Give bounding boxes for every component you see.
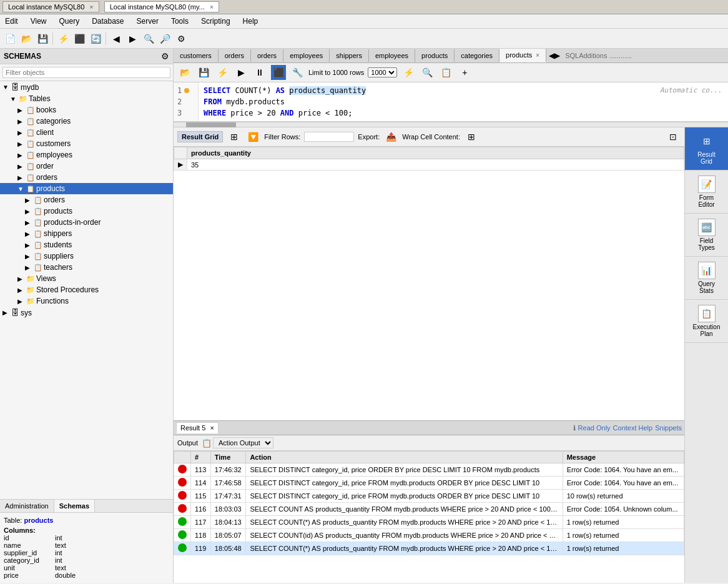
sidebar-btn-query-stats[interactable]: 📊 QueryStats [685,257,728,300]
tab-administration[interactable]: Administration [0,500,54,512]
tab-nav-prev[interactable]: ◀ [549,51,554,60]
menu-tools[interactable]: Tools [169,16,191,27]
query-tab-orders1[interactable]: orders [219,49,251,62]
output-scroll[interactable]: # Time Action Message 113 17:46:32 SELEC… [174,451,684,583]
query-tab-categories[interactable]: categories [455,49,499,62]
sidebar: SCHEMAS ⚙ ▼ 🗄 mydb ▼ 📁 Tables ▶ 📋 bo [0,49,174,583]
menu-edit[interactable]: Edit [2,16,21,27]
col-marker [174,147,187,159]
wrap-btn[interactable]: ⊞ [464,129,479,144]
tree-students[interactable]: ▶ 📋 students [0,239,173,250]
toolbar-refresh[interactable]: 🔄 [88,31,103,46]
tree-orders-sub[interactable]: ▶ 📋 orders [0,194,173,205]
title-tab-1[interactable]: Local instance MySQL80 × [2,1,99,12]
tab-nav-next[interactable]: ▶ [554,51,560,60]
query-tab-employees1[interactable]: employees [283,49,330,62]
tree-orders[interactable]: ▶ 📋 orders [0,172,173,183]
tree-products-in-order[interactable]: ▶ 📋 products-in-order [0,217,173,228]
pause-btn[interactable]: ⏸ [252,65,267,80]
toolbar-inspect[interactable]: 🔎 [157,31,172,46]
schemas-action[interactable]: ⚙ [161,51,169,61]
tree-customers[interactable]: ▶ 📋 customers [0,138,173,149]
toolbar-back[interactable]: ◀ [109,31,124,46]
tree-stored-procedures[interactable]: ▶ 📁 Stored Procedures [0,284,173,295]
debug-btn[interactable]: 🔧 [290,65,305,80]
sidebar-btn-execution-plan[interactable]: 📋 ExecutionPlan [685,300,728,343]
filter-rows-input[interactable] [304,132,354,142]
bookmark-btn[interactable]: + [457,65,472,80]
tree-books[interactable]: ▶ 📋 books [0,104,173,116]
sidebar-btn-result-grid[interactable]: ⊞ ResultGrid [685,127,728,171]
tree-employees[interactable]: ▶ 📋 employees [0,149,173,161]
tree-suppliers[interactable]: ▶ 📋 suppliers [0,250,173,262]
filter-input[interactable] [2,67,170,78]
tree-tables[interactable]: ▼ 📁 Tables [0,93,173,104]
tree-products-sub[interactable]: ▶ 📋 products [0,205,173,217]
info-table-name: products [24,517,53,524]
menu-database[interactable]: Database [89,16,126,27]
toolbar-execute[interactable]: ⚡ [56,31,71,46]
result-grid-icon[interactable]: ⊞ [227,129,242,144]
menu-query[interactable]: Query [56,16,82,27]
row-num: 117 [191,516,211,529]
query-tab-customers[interactable]: customers [174,49,219,62]
filter-icon[interactable]: 🔽 [245,129,260,144]
tree-client[interactable]: ▶ 📋 client [0,127,173,138]
action-output-select[interactable]: Action Output [213,437,273,448]
explain-btn[interactable]: 📋 [438,65,453,80]
close-tab-icon[interactable]: × [536,52,539,59]
tree-views[interactable]: ▶ 📁 Views [0,273,173,284]
result-table: products_quantity ▶ 35 [174,147,684,171]
toolbar-open[interactable]: 📂 [19,31,34,46]
tree-products-selected[interactable]: ▼ 📋 products [0,183,173,194]
info-icon[interactable]: ℹ [573,424,576,432]
tree-mydb[interactable]: ▼ 🗄 mydb [0,81,173,93]
sidebar-btn-form-editor[interactable]: 📝 FormEditor [685,171,728,214]
open-file-btn[interactable]: 📂 [177,65,192,80]
context-help-link[interactable]: Context Help [613,424,653,432]
scrollbar-thumb[interactable] [186,122,236,127]
tree-functions[interactable]: ▶ 📁 Functions [0,295,173,307]
query-tab-shippers[interactable]: shippers [330,49,369,62]
tree-categories[interactable]: ▶ 📋 categories [0,116,173,127]
format-btn[interactable]: 🔍 [420,65,435,80]
menu-help[interactable]: Help [240,16,261,27]
editor-scrollbar[interactable] [174,122,728,127]
query-tab-products-active[interactable]: products × [499,49,546,62]
tree-order[interactable]: ▶ 📋 order [0,161,173,172]
toolbar-find[interactable]: 🔍 [141,31,156,46]
menu-scripting[interactable]: Scripting [199,16,233,27]
run-current-btn[interactable]: ▶ [234,65,248,80]
toolbar-new[interactable]: 📄 [2,31,17,46]
menu-view[interactable]: View [28,16,49,27]
limit-select[interactable]: 1000 200 500 [368,67,397,77]
tree-teachers[interactable]: ▶ 📋 teachers [0,262,173,273]
execute-all-btn[interactable]: ⚡ [401,65,416,80]
sidebar-btn-field-types[interactable]: 🔤 FieldTypes [685,214,728,257]
expand-btn[interactable]: ⊡ [666,129,681,144]
menu-server[interactable]: Server [134,16,161,27]
run-btn[interactable]: ⚡ [215,65,230,80]
toolbar-stop[interactable]: ⬛ [72,31,87,46]
query-tab-orders2[interactable]: orders [251,49,283,62]
query-tab-employees2[interactable]: employees [369,49,415,62]
result-tab-close[interactable]: × [210,424,214,432]
stop-btn[interactable]: ⬛ [271,65,286,80]
info-col-name: nametext [4,542,169,549]
sql-editor[interactable]: SELECT COUNT(*) AS products_quantity FRO… [199,82,728,121]
toolbar-settings[interactable]: ⚙ [174,31,189,46]
result-grid-tab[interactable]: Result Grid [177,131,223,142]
tree-shippers[interactable]: ▶ 📋 shippers [0,228,173,239]
toolbar-forward[interactable]: ▶ [125,31,140,46]
tab-schemas[interactable]: Schemas [54,500,95,512]
query-tab-products1[interactable]: products [415,49,455,62]
tree-sys[interactable]: ▶ 🗄 sys [0,307,173,319]
read-only-label[interactable]: Read Only [578,424,611,432]
save-file-btn[interactable]: 💾 [196,65,211,80]
result-tab[interactable]: Result 5 × [176,422,219,433]
toolbar-save[interactable]: 💾 [35,31,50,46]
snippets-link[interactable]: Snippets [655,424,682,432]
title-tab-2[interactable]: Local instance MySQL80 (my... × [104,1,219,12]
export-btn[interactable]: 📤 [383,129,398,144]
row-status-cell [174,542,191,555]
